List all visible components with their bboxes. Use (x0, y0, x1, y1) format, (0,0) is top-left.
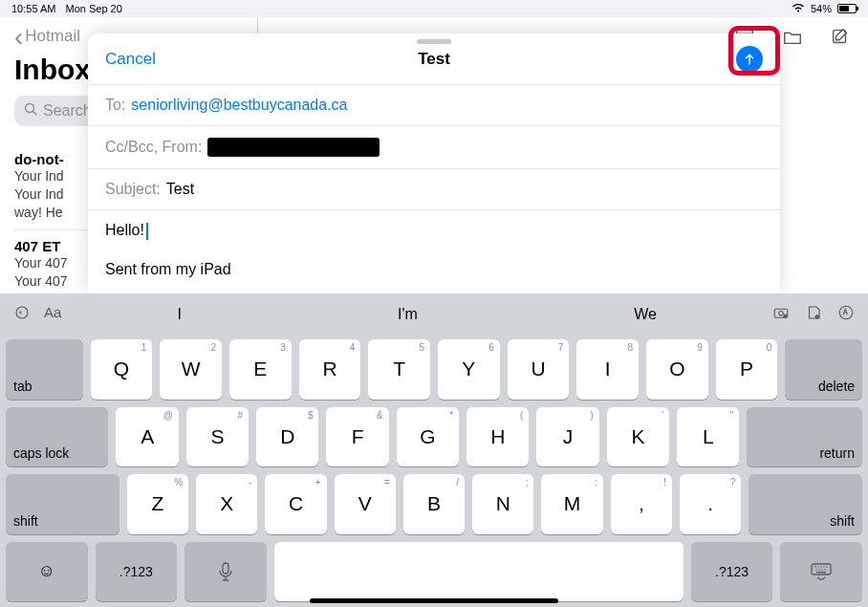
key-e[interactable]: 3E (229, 339, 292, 400)
key-s[interactable]: #S (186, 407, 249, 467)
to-field[interactable]: To: seniorliving@bestbuycanada.ca (88, 85, 780, 126)
home-indicator[interactable] (310, 598, 558, 603)
folder-icon[interactable] (782, 27, 803, 52)
key-c[interactable]: +C (265, 474, 326, 534)
key-dictation[interactable] (184, 542, 267, 602)
key-n[interactable]: ;N (472, 474, 533, 534)
svg-point-6 (16, 307, 28, 318)
svg-rect-12 (223, 563, 228, 574)
search-icon (24, 102, 37, 119)
undo-icon[interactable] (13, 304, 31, 325)
recipient-address[interactable]: seniorliving@bestbuycanada.ca (131, 97, 347, 114)
key-v[interactable]: =V (335, 474, 396, 534)
key-r[interactable]: 4R (299, 339, 361, 400)
compose-icon[interactable] (830, 27, 851, 52)
keyboard-suggestion-bar: Aa I I'm We (0, 293, 868, 336)
camera-icon[interactable] (772, 304, 790, 325)
key-numsym-left[interactable]: .?123 (96, 542, 178, 602)
key-delete[interactable]: delete (785, 339, 862, 400)
key-h[interactable]: (H (467, 407, 529, 467)
key-y[interactable]: 6Y (438, 339, 500, 400)
key-tab[interactable]: tab (6, 339, 83, 400)
wifi-icon (792, 3, 805, 14)
markup-icon[interactable] (837, 304, 855, 325)
svg-point-15 (817, 566, 818, 567)
key-comma[interactable]: !, (611, 474, 672, 534)
svg-point-0 (26, 104, 34, 113)
compose-body[interactable]: Hello! Sent from my iPad (88, 210, 780, 293)
font-icon[interactable]: Aa (44, 304, 61, 325)
svg-point-20 (818, 569, 819, 570)
key-z[interactable]: %Z (127, 474, 188, 534)
key-shift-left[interactable]: shift (6, 474, 119, 534)
suggestion[interactable]: I'm (398, 306, 418, 323)
key-o[interactable]: 9O (646, 339, 708, 400)
status-date: Mon Sep 20 (65, 3, 121, 14)
svg-point-22 (824, 569, 825, 570)
key-period[interactable]: ?. (680, 474, 741, 534)
key-x[interactable]: -X (196, 474, 257, 534)
key-a[interactable]: @A (116, 407, 178, 467)
svg-point-17 (823, 566, 824, 567)
svg-point-21 (821, 569, 822, 570)
key-hide-keyboard[interactable] (780, 542, 862, 602)
status-bar: 10:55 AM Mon Sep 20 54% (0, 0, 868, 17)
key-capslock[interactable]: caps lock (6, 407, 108, 467)
key-k[interactable]: 'K (607, 407, 669, 467)
key-m[interactable]: :M (541, 474, 602, 534)
signature: Sent from my iPad (105, 261, 763, 278)
suggestion[interactable]: We (634, 306, 657, 323)
key-f[interactable]: &F (326, 407, 388, 467)
ccbcc-field[interactable]: Cc/Bcc, From: (88, 126, 780, 169)
svg-line-1 (33, 112, 37, 116)
suggestion[interactable]: I (177, 306, 181, 323)
key-numsym-right[interactable]: .?123 (691, 542, 773, 602)
key-l[interactable]: "L (677, 407, 739, 467)
key-emoji[interactable]: ☺ (6, 542, 88, 602)
send-button[interactable] (736, 46, 763, 73)
from-address-redacted (207, 138, 380, 157)
key-d[interactable]: $D (256, 407, 318, 467)
keyboard: Aa I I'm We tab 1Q 2W 3E 4R 5T 6Y 7U 8I … (0, 293, 868, 607)
key-q[interactable]: 1Q (91, 339, 153, 400)
key-space[interactable] (274, 542, 684, 602)
svg-rect-13 (812, 564, 831, 574)
scan-icon[interactable] (805, 304, 822, 325)
svg-point-9 (783, 314, 788, 319)
key-i[interactable]: 8I (576, 339, 639, 400)
svg-point-8 (779, 312, 784, 316)
key-u[interactable]: 7U (508, 339, 570, 400)
subject-field[interactable]: Subject: Test (88, 169, 780, 210)
key-g[interactable]: *G (397, 407, 459, 467)
compose-panel: Cancel Test To: seniorliving@bestbuycana… (88, 33, 780, 293)
key-b[interactable]: /B (403, 474, 465, 534)
svg-point-14 (814, 566, 815, 567)
svg-point-18 (826, 566, 827, 567)
svg-point-10 (815, 314, 820, 319)
subject-value: Test (166, 181, 194, 198)
svg-rect-23 (816, 572, 826, 573)
key-p[interactable]: 0P (716, 339, 778, 400)
battery-icon (837, 4, 857, 13)
svg-point-19 (815, 569, 816, 570)
key-j[interactable]: )J (536, 407, 598, 467)
status-time: 10:55 AM (11, 3, 55, 14)
svg-point-16 (820, 566, 821, 567)
key-t[interactable]: 5T (368, 339, 430, 400)
battery-percent: 54% (811, 3, 832, 14)
key-return[interactable]: return (747, 407, 862, 467)
cancel-button[interactable]: Cancel (105, 50, 156, 69)
key-shift-right[interactable]: shift (749, 474, 862, 534)
text-cursor (146, 223, 148, 240)
key-w[interactable]: 2W (160, 339, 222, 400)
compose-title: Test (418, 50, 450, 69)
